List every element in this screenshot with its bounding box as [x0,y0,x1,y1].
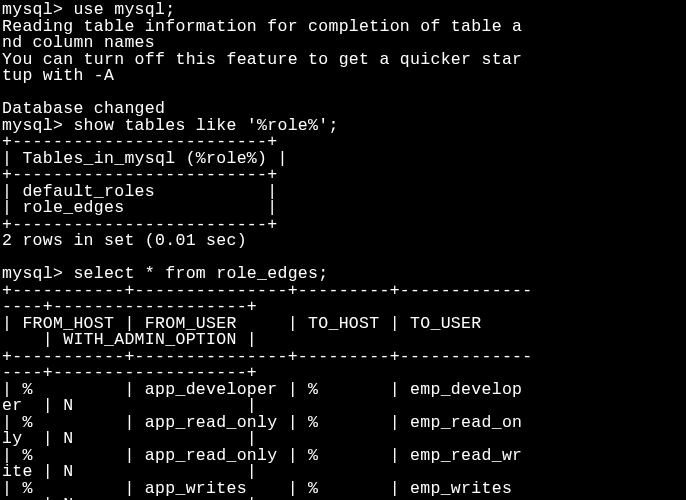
terminal-output: mysql> use mysql; Reading table informat… [0,0,686,500]
